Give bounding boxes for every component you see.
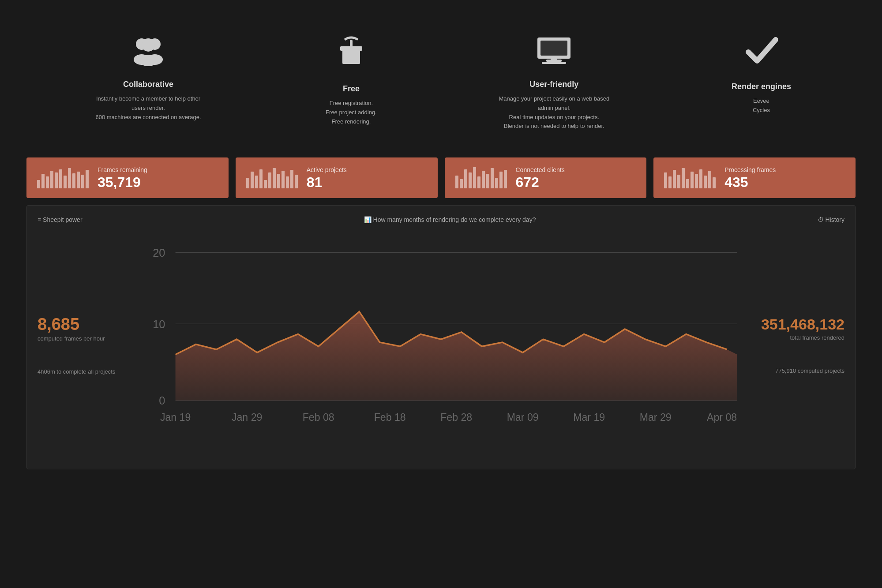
svg-text:Apr 08: Apr 08 xyxy=(707,412,737,423)
processing-frames-value: 435 xyxy=(724,175,776,189)
stat-bar-segment xyxy=(55,172,58,188)
stat-card-processing-frames: Processing frames435 xyxy=(653,157,856,198)
stat-bar-segment xyxy=(713,177,716,188)
stat-bar-segment xyxy=(255,176,258,188)
computed-projects: 775,910 computed projects xyxy=(775,367,844,374)
stat-bar-segment xyxy=(708,171,711,188)
active-projects-bars xyxy=(246,167,298,188)
total-frames-value: 351,468,132 xyxy=(761,317,844,332)
frames-remaining-bars xyxy=(37,167,89,188)
active-projects-label: Active projects xyxy=(307,166,347,173)
feature-render-engines: Render enginesEeveeCycles xyxy=(732,35,791,131)
svg-point-2 xyxy=(142,38,155,52)
frames-per-hour-value: 8,685 xyxy=(38,316,126,333)
active-projects-value: 81 xyxy=(307,175,347,189)
stat-card-connected-clients: Connected clients672 xyxy=(445,157,647,198)
stat-bar-segment xyxy=(668,176,672,188)
processing-frames-bars xyxy=(664,167,716,188)
connected-clients-bars xyxy=(455,167,507,188)
free-title: Free xyxy=(343,84,360,94)
stat-bar-segment xyxy=(482,171,485,188)
processing-frames-info: Processing frames435 xyxy=(724,166,776,189)
features-section: CollaborativeInstantly become a member t… xyxy=(26,18,856,157)
stat-bar-segment xyxy=(460,179,463,188)
frames-per-hour-label: computed frames per hour xyxy=(38,335,126,342)
stat-bar-segment xyxy=(251,172,254,188)
stat-bar-segment xyxy=(473,167,476,188)
feature-user-friendly: User-friendlyManage your project easily … xyxy=(497,35,612,131)
svg-text:Feb 18: Feb 18 xyxy=(374,412,406,423)
stat-bar-segment xyxy=(464,169,467,188)
connected-clients-value: 672 xyxy=(516,175,565,189)
stat-card-active-projects: Active projects81 xyxy=(236,157,438,198)
stat-bar-segment xyxy=(290,170,293,188)
processing-frames-label: Processing frames xyxy=(724,166,776,173)
stat-bar-segment xyxy=(64,176,67,188)
svg-text:20: 20 xyxy=(153,247,165,259)
stat-bar-segment xyxy=(37,180,40,188)
free-icon xyxy=(336,35,367,75)
frames-remaining-value: 35,719 xyxy=(98,175,147,189)
stat-bar-segment xyxy=(469,172,472,188)
stat-bar-segment xyxy=(477,176,480,188)
stat-bar-segment xyxy=(277,174,280,189)
stat-bar-segment xyxy=(695,174,698,189)
stat-bar-segment xyxy=(86,170,89,188)
svg-rect-12 xyxy=(551,59,557,62)
collaborative-title: Collaborative xyxy=(123,80,173,89)
stat-bar-segment xyxy=(691,172,694,188)
stat-bar-segment xyxy=(499,172,503,188)
stat-bar-segment xyxy=(495,178,498,188)
svg-point-5 xyxy=(139,55,158,66)
render-engines-title: Render engines xyxy=(732,82,791,91)
stat-bar-segment xyxy=(686,179,689,188)
svg-text:Mar 29: Mar 29 xyxy=(640,412,672,423)
svg-text:Feb 08: Feb 08 xyxy=(303,412,334,423)
feature-collaborative: CollaborativeInstantly become a member t… xyxy=(91,35,206,131)
svg-text:Feb 28: Feb 28 xyxy=(440,412,472,423)
stat-bar-segment xyxy=(246,178,249,188)
stats-row: Frames remaining35,719Active projects81C… xyxy=(26,157,856,198)
user-friendly-icon xyxy=(535,35,573,71)
chart-title: 📊 How many months of rendering do we com… xyxy=(364,216,536,223)
chart-container: 20 10 0 Jan 19 Jan 29 xyxy=(135,232,747,458)
feature-free: FreeFree registration.Free project addin… xyxy=(326,35,377,131)
render-engines-desc: EeveeCycles xyxy=(753,97,770,115)
stat-bar-segment xyxy=(281,171,285,188)
stat-bar-segment xyxy=(677,175,680,188)
active-projects-info: Active projects81 xyxy=(307,166,347,189)
stat-bar-segment xyxy=(264,180,267,188)
svg-rect-10 xyxy=(540,41,567,56)
chart-area: 20 10 0 Jan 19 Jan 29 xyxy=(135,232,747,458)
stat-card-frames-remaining: Frames remaining35,719 xyxy=(26,157,229,198)
svg-rect-6 xyxy=(342,49,360,64)
stat-bar-segment xyxy=(491,168,494,188)
dashboard-content: 8,685 computed frames per hour 4h06m to … xyxy=(38,232,844,458)
sheepit-power-title: ≡ Sheepit power xyxy=(38,216,83,223)
stat-bar-segment xyxy=(72,173,75,189)
stat-bar-segment xyxy=(455,176,458,188)
user-friendly-desc: Manage your project easily on a web base… xyxy=(497,94,612,131)
stat-bar-segment xyxy=(77,172,80,188)
stat-bar-segment xyxy=(259,169,263,188)
stat-bar-segment xyxy=(699,169,702,188)
left-stats: 8,685 computed frames per hour 4h06m to … xyxy=(38,232,135,458)
frames-remaining-label: Frames remaining xyxy=(98,166,147,173)
right-stats: 351,468,132 total frames rendered 775,91… xyxy=(747,232,844,458)
time-to-complete: 4h06m to complete all projects xyxy=(38,368,126,375)
stat-bar-segment xyxy=(46,176,49,188)
connected-clients-info: Connected clients672 xyxy=(516,166,565,189)
stat-bar-segment xyxy=(673,170,676,188)
svg-rect-13 xyxy=(542,62,566,64)
connected-clients-label: Connected clients xyxy=(516,166,565,173)
svg-text:Jan 19: Jan 19 xyxy=(160,412,191,423)
dashboard-panel: ≡ Sheepit power 📊 How many months of ren… xyxy=(26,205,856,469)
stat-bar-segment xyxy=(704,176,707,188)
stat-bar-segment xyxy=(295,175,298,188)
stat-bar-segment xyxy=(81,175,84,188)
stat-bar-segment xyxy=(273,168,276,188)
svg-text:10: 10 xyxy=(153,318,165,330)
svg-text:Mar 19: Mar 19 xyxy=(573,412,605,423)
history-title: ⏱ History xyxy=(818,216,844,223)
stat-bar-segment xyxy=(504,170,507,188)
